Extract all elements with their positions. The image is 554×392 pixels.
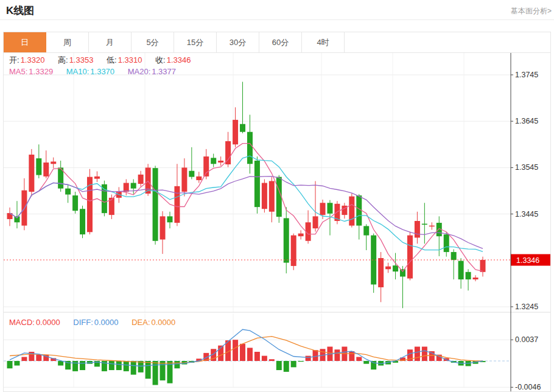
candle-body [29, 155, 34, 192]
macd-bar [131, 361, 136, 375]
close-value: 1.3346 [167, 55, 191, 65]
close-label: 收: [155, 55, 166, 65]
candle-body [36, 158, 41, 175]
price-axis-label: 1.3445 [515, 210, 538, 219]
candle-body [167, 216, 172, 222]
chart-container: 1.37451.36451.35451.34451.32451.33460.00… [3, 52, 551, 392]
price-axis-label: 1.3645 [515, 117, 538, 125]
price-axis-label: 1.3545 [515, 163, 538, 172]
tab-month[interactable]: 月 [89, 32, 131, 52]
macd-bar [254, 352, 260, 361]
candle-body [65, 189, 71, 195]
candle-body [160, 216, 166, 239]
ma20-label: MA20: [128, 67, 151, 76]
ohlc-legend: 开:1.3320 高:1.3353 低:1.3310 收:1.3346 [9, 55, 192, 66]
page-title: K线图 [6, 4, 34, 18]
macd-bar [146, 361, 151, 379]
macd-bar [349, 351, 354, 361]
macd-axis-label: 0.0037 [515, 335, 538, 344]
macd-value: 0.0000 [36, 318, 60, 327]
macd-bar [58, 361, 63, 366]
tab-5min[interactable]: 5分 [131, 32, 174, 52]
candle-body [218, 161, 223, 163]
candle-body [429, 226, 435, 227]
tab-week[interactable]: 周 [46, 32, 89, 52]
candle-body [320, 203, 326, 215]
macd-bar [124, 361, 129, 371]
macd-bar [21, 357, 27, 361]
diff-value: 0.0000 [94, 318, 119, 327]
macd-bar [240, 344, 245, 361]
tab-4hour[interactable]: 4时 [302, 32, 345, 52]
macd-bar [291, 361, 296, 367]
candle-body [291, 236, 296, 266]
macd-bar [298, 361, 304, 362]
candle-body [466, 272, 471, 279]
ma5-label: MA5: [9, 67, 27, 76]
ma20-value: 1.3377 [152, 67, 176, 76]
candle-body [473, 278, 479, 279]
tab-30min[interactable]: 30分 [217, 32, 259, 52]
candle-body [378, 258, 384, 287]
candle-body [211, 158, 216, 164]
candle-body [407, 236, 413, 279]
page-header: K线图 基本面分析> [0, 0, 554, 20]
tab-15min[interactable]: 15分 [174, 32, 217, 52]
ma10-label: MA10: [66, 67, 89, 76]
fundamental-analysis-link[interactable]: 基本面分析> [511, 6, 552, 16]
candle-body [247, 132, 253, 164]
tab-day[interactable]: 日 [4, 32, 46, 52]
candle-body [262, 183, 267, 209]
high-value: 1.3353 [69, 55, 94, 65]
macd-bar [247, 348, 253, 361]
current-price-label: 1.3346 [516, 256, 539, 265]
candle-body [80, 209, 85, 234]
candle-body [415, 221, 420, 237]
candle-body [480, 260, 486, 272]
candle-body [102, 184, 107, 213]
candle-body [43, 163, 49, 177]
ma-legend: MA5:1.3329 MA10:1.3370 MA20:1.3377 [9, 67, 177, 76]
macd-bar [174, 361, 180, 368]
candle-body [233, 120, 238, 144]
macd-bar [422, 347, 427, 361]
candles-group [7, 82, 486, 308]
macd-bar [160, 361, 166, 380]
macd-bar [7, 361, 13, 368]
candle-body [181, 167, 187, 192]
candle-body [174, 186, 180, 223]
macd-bar [138, 361, 144, 373]
candle-body [327, 203, 332, 214]
candle-body [349, 197, 354, 226]
macd-bar [415, 347, 420, 361]
macd-bar [313, 350, 318, 361]
macd-bar [284, 361, 289, 372]
candle-body [94, 177, 100, 179]
macd-bar [262, 356, 267, 361]
candle-body [284, 218, 289, 262]
macd-bar [334, 349, 340, 361]
candle-body [124, 183, 129, 192]
candle-body [240, 124, 245, 132]
macd-bar [356, 357, 362, 361]
candle-body [269, 181, 275, 211]
high-label: 高: [58, 55, 68, 65]
dea-label: DEA: [131, 318, 150, 327]
macd-bar [80, 361, 85, 370]
macd-bar [109, 361, 114, 370]
open-label: 开: [9, 55, 19, 65]
macd-bar [116, 361, 122, 370]
open-value: 1.3320 [21, 55, 45, 65]
candle-body [444, 234, 449, 252]
candle-body [153, 168, 158, 241]
macd-bar [269, 359, 275, 361]
price-axis-label: 1.3245 [515, 303, 538, 311]
candle-body [458, 261, 464, 279]
macd-legend: MACD:0.0000 DIFF:0.0000 DEA:0.0000 [9, 318, 177, 327]
candle-body [196, 177, 202, 180]
tab-60min[interactable]: 60分 [259, 32, 302, 52]
candle-body [393, 265, 398, 271]
low-label: 低: [107, 55, 117, 65]
kline-chart-canvas[interactable]: 1.37451.36451.35451.34451.32451.33460.00… [4, 53, 550, 391]
ma10-value: 1.3370 [90, 67, 114, 76]
